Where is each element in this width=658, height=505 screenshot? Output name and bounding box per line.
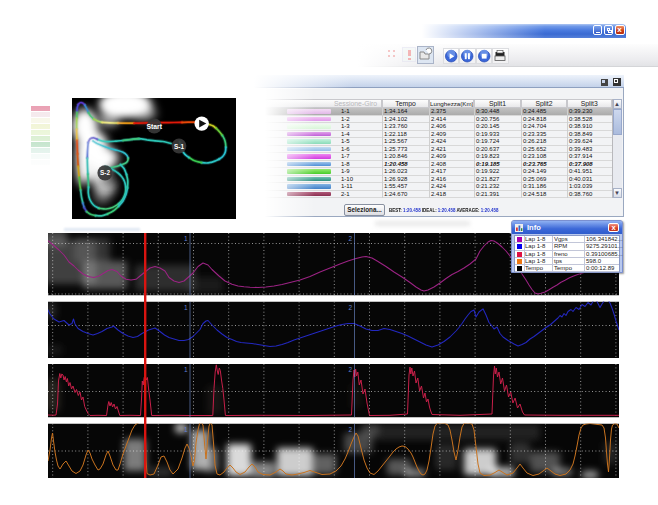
svg-text:1: 1 [184,235,188,242]
svg-text:2: 2 [349,426,353,433]
svg-text:2: 2 [349,235,353,242]
svg-text:1: 1 [184,366,188,373]
svg-text:2: 2 [349,304,353,311]
svg-text:1: 1 [184,304,188,311]
svg-text:1: 1 [184,426,188,433]
svg-text:2: 2 [349,366,353,373]
